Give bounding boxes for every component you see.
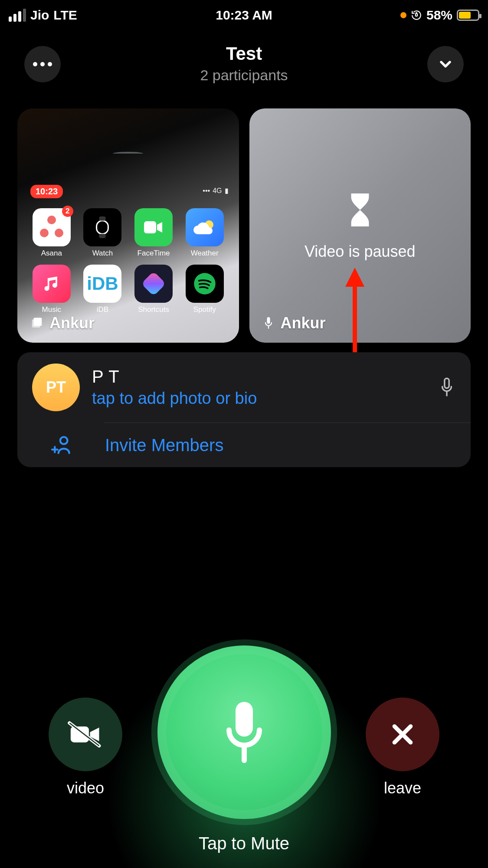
leave-button[interactable] — [366, 698, 439, 771]
collapse-button[interactable] — [427, 46, 464, 82]
battery-icon — [457, 10, 479, 21]
microphone-icon — [218, 698, 270, 767]
statusbar-time: 10:23 AM — [216, 8, 272, 23]
leave-label: leave — [384, 779, 421, 797]
svg-rect-9 — [34, 318, 42, 326]
close-icon — [389, 721, 416, 748]
invite-members-label: Invite Members — [105, 436, 223, 455]
app-idb: iDB iDB — [82, 265, 124, 314]
rotation-lock-icon — [411, 10, 422, 21]
screenshare-icon — [30, 317, 43, 330]
battery-percent: 58% — [426, 8, 452, 23]
svg-rect-1 — [97, 221, 108, 234]
recording-indicator-icon — [400, 12, 406, 18]
app-watch: Watch — [82, 208, 124, 258]
svg-rect-14 — [445, 378, 449, 388]
app-facetime: FaceTime — [132, 208, 175, 258]
add-photo-hint[interactable]: tap to add photo or bio — [92, 389, 426, 408]
app-weather: Weather — [183, 208, 226, 258]
video-toggle-button[interactable] — [49, 698, 122, 771]
svg-rect-4 — [144, 221, 156, 233]
mute-label: Tap to Mute — [199, 834, 289, 853]
avatar: PT — [32, 364, 80, 411]
shared-screen-status: •••4G▮ — [203, 187, 228, 195]
status-bar: Jio LTE 10:23 AM 58% — [0, 0, 488, 30]
user-row[interactable]: PT P T tap to add photo or bio — [17, 352, 471, 423]
svg-rect-3 — [99, 234, 106, 238]
app-asana: 2 Asana — [30, 208, 73, 258]
participants-count: 2 participants — [0, 67, 488, 84]
carrier-label: Jio — [30, 8, 49, 23]
svg-rect-0 — [416, 14, 417, 16]
network-label: LTE — [53, 8, 77, 23]
svg-rect-22 — [236, 702, 253, 737]
app-shortcuts: Shortcuts — [132, 265, 175, 314]
svg-rect-6 — [142, 272, 165, 295]
mute-button[interactable] — [157, 645, 331, 819]
microphone-icon — [262, 316, 275, 331]
video-off-icon — [67, 721, 104, 748]
svg-point-16 — [60, 437, 68, 444]
add-person-icon — [51, 434, 73, 456]
participant-name: Ankur — [281, 314, 326, 332]
video-paused-label: Video is paused — [305, 242, 416, 261]
hourglass-icon — [345, 190, 375, 229]
user-name: P T — [92, 367, 426, 387]
svg-rect-2 — [99, 216, 106, 221]
chevron-down-icon — [437, 56, 454, 73]
app-music: Music — [30, 265, 73, 314]
invite-members-row[interactable]: Invite Members — [17, 423, 471, 467]
shared-screen-clock: 10:23 — [30, 185, 63, 198]
participant-tile-screenshare[interactable]: 10:23 •••4G▮ 2 Asana Watch FaceTime Weat… — [17, 108, 239, 343]
call-title: Test — [0, 43, 488, 64]
app-spotify: Spotify — [183, 265, 226, 314]
participant-name: Ankur — [49, 314, 95, 332]
video-label: video — [67, 779, 104, 797]
signal-icon — [9, 9, 26, 22]
info-panel: PT P T tap to add photo or bio Invite Me… — [17, 352, 471, 467]
svg-rect-10 — [267, 317, 270, 324]
participant-tile-paused[interactable]: Video is paused Ankur — [249, 108, 471, 343]
microphone-icon[interactable] — [438, 376, 456, 399]
